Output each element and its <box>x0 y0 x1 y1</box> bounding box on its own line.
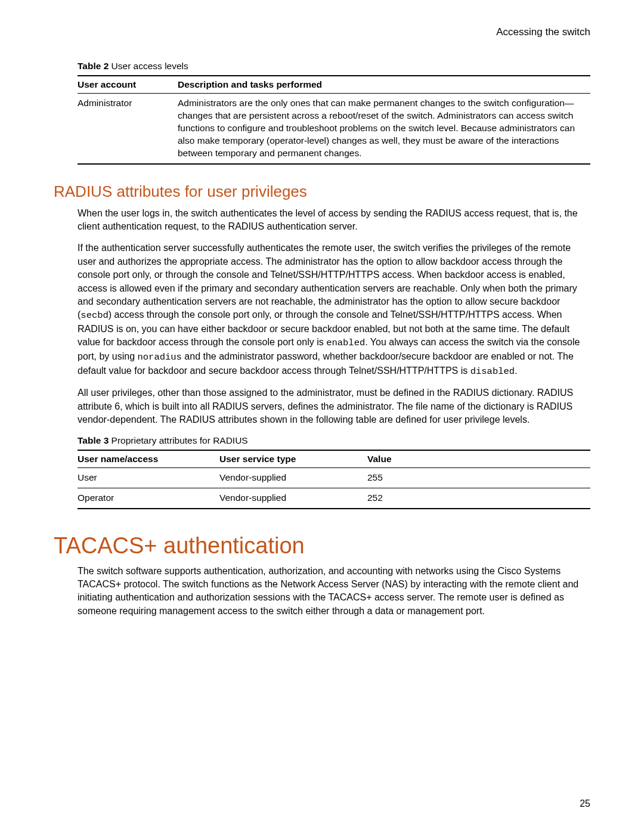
code-enabled: enabled <box>326 337 365 348</box>
table2-block: Table 2 User access levels User account … <box>78 61 590 165</box>
table-row: Operator Vendor-supplied 252 <box>78 488 590 508</box>
tacacs-p1: The switch software supports authenticat… <box>78 565 590 618</box>
table2-caption-text: User access levels <box>109 61 188 71</box>
table3-caption-label: Table 3 <box>78 435 109 445</box>
table-row: User Vendor-supplied 255 <box>78 467 590 488</box>
table-row: Administrator Administrators are the onl… <box>78 94 590 164</box>
running-head: Accessing the switch <box>54 26 590 38</box>
table2-h1: Description and tasks performed <box>178 76 590 94</box>
page-number: 25 <box>580 798 590 809</box>
code-noradius: noradius <box>138 352 182 363</box>
t3-r1-val: 252 <box>367 488 590 508</box>
table2-desc: Administrators are the only ones that ca… <box>178 94 590 164</box>
page: Accessing the switch Table 2 User access… <box>0 0 644 833</box>
table3-h0: User name/access <box>78 450 219 468</box>
table2-account: Administrator <box>78 94 178 164</box>
table3-h1: User service type <box>219 450 367 468</box>
radius-p1: When the user logs in, the switch authen… <box>78 207 590 234</box>
table2-h0: User account <box>78 76 178 94</box>
tacacs-heading: TACACS+ authentication <box>54 533 590 559</box>
table3: User name/access User service type Value… <box>78 450 590 509</box>
table2-caption-label: Table 2 <box>78 61 109 71</box>
t3-r1-type: Vendor-supplied <box>219 488 367 508</box>
t3-r0-type: Vendor-supplied <box>219 467 367 488</box>
code-disabled: disabled <box>470 366 515 377</box>
table3-caption-text: Proprietary attributes for RADIUS <box>109 435 247 445</box>
table2-caption: Table 2 User access levels <box>78 61 590 72</box>
table3-caption: Table 3 Proprietary attributes for RADIU… <box>78 435 590 446</box>
p2-e: . <box>515 366 517 376</box>
t3-r0-name: User <box>78 467 219 488</box>
radius-heading: RADIUS attributes for user privileges <box>54 182 590 201</box>
p2-a: If the authentication server successfull… <box>78 243 577 320</box>
table3-h2: Value <box>367 450 590 468</box>
table3-block: Table 3 Proprietary attributes for RADIU… <box>78 435 590 509</box>
radius-p2: If the authentication server successfull… <box>78 241 590 378</box>
t3-r0-val: 255 <box>367 467 590 488</box>
t3-r1-name: Operator <box>78 488 219 508</box>
code-secbd: secbd <box>80 310 109 321</box>
radius-p3: All user privileges, other than those as… <box>78 386 590 426</box>
table2: User account Description and tasks perfo… <box>78 75 590 165</box>
